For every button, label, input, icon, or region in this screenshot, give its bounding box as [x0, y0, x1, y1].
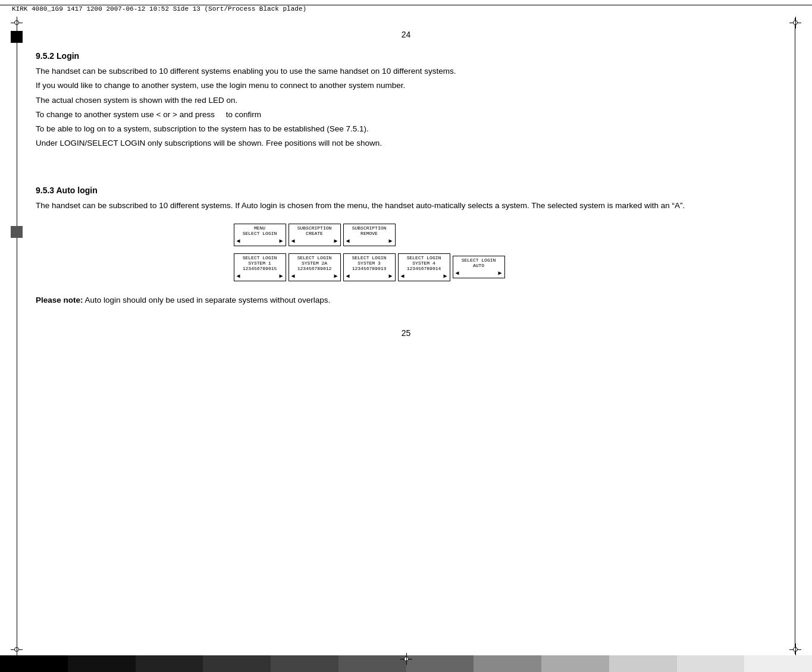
bottom-crosshair [400, 653, 412, 665]
section-952-para-4: To be able to log on to a system, subscr… [36, 123, 776, 135]
page-container: KIRK 4080_1G9 1417 1200 2007-06-12 10:52… [0, 0, 812, 672]
please-note: Please note: Auto login should only be u… [36, 296, 776, 304]
reg-mark-tl [11, 17, 23, 29]
fc-box-subscription-create: SUBSCRIPTION CREATE ◀ ▶ [289, 224, 341, 246]
reg-mark-tr [789, 17, 801, 29]
section-952-para-0: The handset can be subscribed to 10 diff… [36, 65, 776, 77]
fc-box-system-1: SELECT LOGIN SYSTEM 1 123456789015 ◀ ▶ [234, 253, 286, 281]
gradient-segment [744, 655, 812, 672]
fc-box-menu-select-login: MENU SELECT LOGIN ◀ ▶ [234, 224, 286, 246]
nav-arrow-left: ◀ [346, 272, 350, 280]
nav-arrow-right: ▶ [388, 237, 392, 244]
note-bold-label: Please note: [36, 296, 83, 304]
main-content: 24 9.5.2 Login The handset can be subscr… [36, 30, 776, 338]
top-bar: KIRK 4080_1G9 1417 1200 2007-06-12 10:52… [0, 5, 812, 12]
nav-arrow-left: ◀ [401, 272, 405, 280]
gradient-segment [68, 655, 136, 672]
flowchart-row-2: SELECT LOGIN SYSTEM 1 123456789015 ◀ ▶ S… [234, 253, 505, 281]
section-952-heading: 9.5.2 Login [36, 51, 776, 61]
section-952-para-1: If you would like to change to another s… [36, 80, 776, 92]
top-bar-text: KIRK 4080_1G9 1417 1200 2007-06-12 10:52… [12, 5, 800, 12]
section-953: 9.5.3 Auto login The handset can be subs… [36, 186, 776, 304]
gradient-segment [0, 655, 68, 672]
nav-arrow-left: ◀ [456, 269, 459, 277]
gradient-segment [541, 655, 609, 672]
page-number-top: 24 [36, 30, 776, 39]
flowchart-row-1: MENU SELECT LOGIN ◀ ▶ SUBSCRIPTION CREAT… [234, 224, 396, 246]
note-text-body: Auto login should only be used in separa… [83, 296, 331, 304]
diagram-area: MENU SELECT LOGIN ◀ ▶ SUBSCRIPTION CREAT… [234, 224, 579, 281]
nav-arrow-right: ▶ [498, 269, 501, 277]
nav-arrow-right: ▶ [334, 272, 337, 280]
flowchart: MENU SELECT LOGIN ◀ ▶ SUBSCRIPTION CREAT… [234, 224, 579, 281]
fc-box-system-2a: SELECT LOGIN SYSTEM 2A 123456789012 ◀ ▶ [289, 253, 341, 281]
nav-arrow-right: ▶ [334, 237, 337, 244]
nav-arrow-left: ◀ [291, 272, 295, 280]
page-number-bottom: 25 [36, 328, 776, 338]
nav-arrow-left: ◀ [291, 237, 295, 244]
section-953-para1: The handset can be subscribed to 10 diff… [36, 200, 776, 212]
gradient-segment [271, 655, 338, 672]
nav-arrow-right: ▶ [443, 272, 447, 280]
nav-arrow-right: ▶ [279, 237, 283, 244]
gradient-segment [474, 655, 541, 672]
nav-arrow-left: ◀ [346, 237, 350, 244]
reg-mark-br [789, 643, 801, 655]
fc-box-subscription-remove: SUBSCRIPTION REMOVE ◀ ▶ [343, 224, 396, 246]
section-953-heading: 9.5.3 Auto login [36, 186, 776, 195]
gradient-segment [677, 655, 745, 672]
gradient-segment [609, 655, 677, 672]
section-952: 9.5.2 Login The handset can be subscribe… [36, 51, 776, 150]
fc-box-system-auto: SELECT LOGIN AUTO ◀ ▶ [453, 256, 505, 278]
fc-box-system-4: SELECT LOGIN SYSTEM 4 123456789014 ◀ ▶ [398, 253, 450, 281]
gradient-segment [338, 655, 406, 672]
reg-mark-bl [11, 643, 23, 655]
gradient-segment [136, 655, 203, 672]
nav-arrow-left: ◀ [237, 272, 240, 280]
gradient-segment [406, 655, 474, 672]
calibration-square-mid [11, 226, 23, 238]
nav-arrow-left: ◀ [237, 237, 240, 244]
nav-arrow-right: ▶ [279, 272, 283, 280]
section-952-para-5: Under LOGIN/SELECT LOGIN only subscripti… [36, 137, 776, 149]
page-border-right [795, 18, 795, 654]
fc-box-system-3: SELECT LOGIN SYSTEM 3 123456789013 ◀ ▶ [343, 253, 396, 281]
section-952-para-2: The actual chosen system is shown with t… [36, 95, 776, 106]
gradient-segment [203, 655, 271, 672]
nav-arrow-right: ▶ [388, 272, 392, 280]
page-border-left [17, 18, 17, 654]
calibration-square-top [11, 31, 23, 43]
section-952-para-3: To change to another system use < or > a… [36, 109, 776, 121]
